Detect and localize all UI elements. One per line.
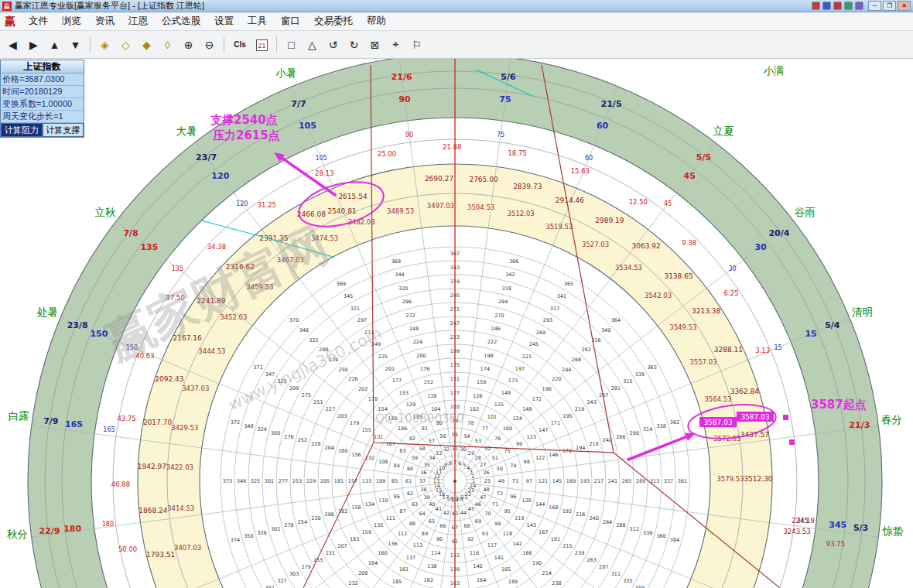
menu-item-7[interactable]: 工具 bbox=[241, 12, 274, 30]
svg-text:105: 105 bbox=[299, 121, 316, 131]
zoom-out-button[interactable]: ⊖ bbox=[200, 35, 219, 54]
svg-text:294: 294 bbox=[498, 299, 508, 305]
svg-text:3: 3 bbox=[470, 469, 473, 475]
triangle-tool-button[interactable]: △ bbox=[303, 35, 322, 54]
minimize-button[interactable]: ─ bbox=[868, 1, 881, 11]
svg-text:3564.53: 3564.53 bbox=[704, 395, 731, 403]
svg-text:6: 6 bbox=[458, 460, 461, 467]
zoom-in-icon: ⊕ bbox=[184, 39, 193, 51]
svg-text:200: 200 bbox=[416, 353, 426, 359]
cursor-up-button[interactable]: ▲ bbox=[45, 35, 64, 54]
menu-item-8[interactable]: 窗口 bbox=[274, 12, 307, 30]
svg-text:193: 193 bbox=[580, 478, 590, 484]
svg-text:113: 113 bbox=[413, 542, 422, 549]
svg-text:92: 92 bbox=[467, 536, 474, 542]
flag-tool-icon: ⚐ bbox=[412, 39, 422, 51]
svg-text:3549.53: 3549.53 bbox=[669, 323, 696, 331]
quick-icon-1[interactable] bbox=[812, 2, 820, 10]
rect-tool-button[interactable]: □ bbox=[282, 35, 301, 54]
quick-icon-2[interactable] bbox=[822, 2, 831, 10]
svg-text:217: 217 bbox=[594, 478, 604, 484]
svg-text:207: 207 bbox=[337, 543, 347, 549]
svg-text:303: 303 bbox=[289, 571, 299, 577]
svg-text:214: 214 bbox=[542, 570, 552, 576]
cursor-down-button[interactable]: ▼ bbox=[66, 35, 85, 54]
menu-item-4[interactable]: 江恩 bbox=[121, 12, 155, 30]
menu-item-1[interactable]: 文件 bbox=[22, 12, 55, 30]
svg-text:39: 39 bbox=[423, 494, 429, 501]
rotate-ccw-icon: ↺ bbox=[329, 39, 338, 51]
quick-icon-4[interactable] bbox=[844, 2, 853, 10]
menu-item-6[interactable]: 设置 bbox=[207, 12, 241, 30]
flag-tool-button[interactable]: ⚐ bbox=[407, 35, 426, 54]
svg-text:2540.81: 2540.81 bbox=[327, 207, 356, 215]
svg-text:63: 63 bbox=[412, 501, 418, 508]
zoom-in-button[interactable]: ⊕ bbox=[179, 35, 198, 54]
svg-text:60: 60 bbox=[407, 466, 413, 472]
svg-text:350: 350 bbox=[244, 533, 253, 539]
gann-wheel-canvas[interactable]: 1234567891011121314151617181920212223242… bbox=[0, 59, 913, 588]
calc-support-button[interactable]: 计算支撑 bbox=[43, 123, 84, 137]
svg-text:100: 100 bbox=[503, 426, 512, 432]
svg-text:135: 135 bbox=[172, 265, 183, 272]
svg-text:49: 49 bbox=[498, 478, 504, 484]
quick-icon-3[interactable] bbox=[833, 2, 842, 10]
svg-text:108: 108 bbox=[378, 459, 388, 465]
triangle-tool-icon: △ bbox=[308, 39, 316, 51]
svg-text:197: 197 bbox=[515, 366, 525, 372]
menu-item-5[interactable]: 公式选股 bbox=[155, 12, 207, 30]
svg-text:165: 165 bbox=[501, 566, 511, 573]
menu-item-9[interactable]: 交易委托 bbox=[307, 12, 360, 30]
svg-text:196: 196 bbox=[542, 386, 552, 392]
svg-text:3512.03: 3512.03 bbox=[508, 210, 535, 217]
svg-text:360: 360 bbox=[656, 533, 665, 539]
calendar-button[interactable]: 21 bbox=[252, 35, 272, 54]
svg-text:342: 342 bbox=[505, 272, 515, 278]
svg-text:101: 101 bbox=[487, 414, 497, 420]
restore-button[interactable]: ❐ bbox=[883, 1, 896, 11]
svg-text:62: 62 bbox=[407, 491, 413, 497]
svg-text:33: 33 bbox=[436, 450, 442, 456]
svg-text:111: 111 bbox=[386, 515, 395, 521]
cls-button[interactable]: Cls bbox=[229, 35, 251, 54]
svg-text:106: 106 bbox=[398, 426, 407, 432]
menu-item-2[interactable]: 浏览 bbox=[55, 12, 88, 30]
svg-text:51: 51 bbox=[492, 455, 498, 461]
svg-text:243: 243 bbox=[586, 399, 596, 405]
gann-diamond-1-button[interactable]: ◈ bbox=[95, 35, 115, 54]
gann-diamond-3-button[interactable]: ◆ bbox=[137, 35, 156, 54]
svg-text:141: 141 bbox=[494, 555, 504, 561]
svg-text:98: 98 bbox=[524, 459, 530, 465]
crosshair-tool-button[interactable]: ⌖ bbox=[386, 35, 405, 54]
menu-item-3[interactable]: 资讯 bbox=[88, 12, 121, 30]
svg-text:244: 244 bbox=[562, 367, 571, 373]
calc-resistance-button[interactable]: 计算阻力 bbox=[1, 123, 43, 137]
rotate-ccw-button[interactable]: ↺ bbox=[323, 35, 343, 54]
back-button[interactable]: ◀ bbox=[3, 35, 22, 54]
menu-item-10[interactable]: 帮助 bbox=[360, 12, 393, 30]
menu-bar: 赢 文件浏览资讯江恩公式选股设置工具窗口交易委托帮助 bbox=[0, 12, 913, 31]
svg-text:清明: 清明 bbox=[852, 306, 873, 318]
gann-diamond-4-button[interactable]: ◊ bbox=[158, 35, 177, 54]
svg-text:349: 349 bbox=[237, 478, 246, 484]
svg-text:177: 177 bbox=[392, 378, 402, 384]
gann-diamond-4-icon: ◊ bbox=[165, 39, 170, 51]
svg-text:26: 26 bbox=[483, 470, 489, 476]
svg-text:3437.03: 3437.03 bbox=[182, 385, 209, 392]
toolbar-separator bbox=[224, 37, 224, 53]
gann-diamond-2-button[interactable]: ◇ bbox=[116, 35, 135, 54]
svg-text:65: 65 bbox=[429, 518, 435, 525]
svg-text:47: 47 bbox=[480, 494, 486, 501]
svg-text:370: 370 bbox=[289, 317, 299, 323]
svg-text:131: 131 bbox=[374, 434, 383, 440]
close-button[interactable]: ✕ bbox=[898, 1, 911, 11]
rotate-cw-button[interactable]: ↻ bbox=[344, 35, 364, 54]
svg-text:366: 366 bbox=[509, 258, 518, 265]
forward-button[interactable]: ▶ bbox=[24, 35, 43, 54]
svg-text:1868.24: 1868.24 bbox=[138, 507, 167, 514]
svg-text:36: 36 bbox=[420, 470, 426, 476]
quick-icon-5[interactable] bbox=[855, 2, 863, 10]
svg-text:90: 90 bbox=[405, 132, 413, 138]
svg-text:15: 15 bbox=[805, 329, 816, 339]
box-x-tool-button[interactable]: ⊠ bbox=[365, 35, 385, 54]
